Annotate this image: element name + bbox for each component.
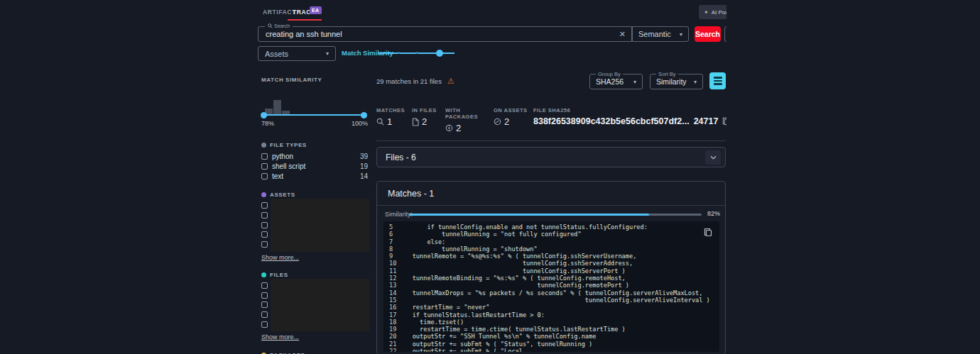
code-text: tunnelRunning = "shutdown": [398, 245, 538, 253]
sort-by-select[interactable]: Sort By Similarity ▾: [650, 74, 703, 89]
stat-with-packages: WITH PACKAGES 2: [445, 107, 494, 133]
assets-filter-select[interactable]: Assets ▾: [258, 46, 336, 61]
checkbox[interactable]: [261, 241, 268, 248]
group-by-label: Group By: [596, 71, 623, 77]
search-button[interactable]: Search: [695, 26, 721, 42]
checkbox[interactable]: [261, 231, 268, 238]
checkbox[interactable]: [261, 153, 268, 160]
chevron-down-icon: ▾: [680, 31, 682, 38]
code-text: tunnelRunning = "not fully configured": [398, 231, 582, 238]
file-type-row: python 39: [261, 152, 368, 162]
clear-search-icon[interactable]: ✕: [619, 30, 626, 39]
files-dot-icon: [261, 272, 266, 277]
code-block[interactable]: 5 if tunnelConfig.enable and not tunnelS…: [383, 221, 719, 352]
code-line: 15 tunnelConfig.serverAliveInterval ): [383, 297, 719, 304]
line-number: 19: [383, 326, 398, 333]
file-row: [261, 310, 368, 320]
code-line: 14 tunnelMaxDrops = "%s packets / %s sec…: [383, 289, 719, 297]
list-icon: [714, 77, 722, 78]
checkbox[interactable]: [261, 222, 268, 228]
search-mode-select[interactable]: Semantic ▾: [632, 26, 689, 42]
chevron-down-icon: ▾: [326, 50, 329, 57]
code-text: tunnelRemoteBinding = "%s:%s" % ( tunnel…: [398, 275, 626, 282]
checkbox[interactable]: [261, 212, 268, 219]
files-show-more-link[interactable]: Show more...: [261, 333, 299, 341]
file-type-row: shell script 19: [261, 162, 368, 172]
code-line: 21 outputStr += subFmt % ( "Status", tun…: [383, 341, 719, 348]
ai-powered-label: AI Power: [712, 9, 726, 16]
line-number: 8: [383, 245, 398, 253]
code-line: 5 if tunnelConfig.enable and not tunnelS…: [383, 223, 719, 231]
code-text: outputStr += subFmt % ( "Local: [398, 348, 523, 352]
assets-dot-icon: [261, 192, 266, 197]
package-icon: [445, 124, 453, 132]
asset-icon: [494, 118, 501, 126]
checkbox[interactable]: [261, 173, 268, 179]
file-icon: [412, 118, 419, 126]
stat-file-sha256: FILE SHA256 838f26538909c432b5e56cbcf507…: [533, 107, 726, 133]
slider-thumb[interactable]: [436, 50, 443, 57]
range-handle-min[interactable]: [261, 112, 267, 118]
checkbox[interactable]: [261, 302, 268, 308]
similarity-range-slider[interactable]: [263, 114, 364, 116]
files-accordion[interactable]: Files - 6: [376, 147, 726, 167]
code-line: 16 restartTime = "never": [383, 304, 719, 311]
checkbox[interactable]: [261, 282, 268, 289]
checkbox[interactable]: [261, 292, 268, 299]
chevron-down-icon: ▾: [633, 79, 636, 85]
view-toggle-button[interactable]: [709, 72, 726, 89]
asset-row: [261, 220, 368, 230]
file-types-dot-icon: [261, 143, 266, 148]
code-line: 8 tunnelRunning = "shutdown": [383, 245, 719, 253]
checkbox[interactable]: [261, 163, 268, 170]
checkbox[interactable]: [261, 202, 268, 209]
code-text: tunnelMaxDrops = "%s packets / %s second…: [398, 289, 702, 297]
code-text: outputStr += "SSH Tunnel %s\n" % tunnelC…: [398, 333, 596, 340]
code-line: 13 tunnelConfig.remotePort ): [383, 282, 719, 289]
line-number: 18: [383, 319, 398, 326]
ai-powered-button[interactable]: ✦ AI Power: [699, 5, 726, 19]
histogram-bar: [273, 100, 281, 115]
search-input[interactable]: [266, 28, 578, 40]
code-text: restartTime = "never": [398, 304, 489, 311]
asset-row: [261, 240, 368, 250]
code-text: if tunnelConfig.enable and not tunnelSta…: [398, 223, 648, 231]
line-number: 9: [383, 253, 398, 260]
chevron-down-icon: ▾: [694, 79, 697, 85]
code-text: tunnelConfig.sshServerAddress,: [398, 260, 633, 267]
group-by-select[interactable]: Group By SHA256 ▾: [589, 74, 643, 89]
code-line: 22 outputStr += subFmt % ( "Local: [383, 348, 719, 352]
similarity-percentage: 82%: [707, 210, 720, 217]
checkbox[interactable]: [261, 311, 268, 318]
search-icon: [376, 118, 384, 126]
similarity-min-label: 78%: [261, 120, 274, 127]
file-type-label: text: [272, 172, 283, 180]
code-text: outputStr += subFmt % ( "Status", tunnel…: [398, 341, 592, 348]
copy-icon[interactable]: [722, 117, 726, 126]
files-list: [261, 281, 368, 329]
trace-ea-badge: EA: [310, 6, 322, 14]
chevron-down-icon: [710, 155, 717, 160]
match-similarity-section-title: MATCH SIMILARITY: [261, 77, 368, 83]
search-mode-value: Semantic: [638, 30, 671, 38]
files-section-title: FILES: [261, 272, 368, 278]
slider-tick: [398, 52, 400, 54]
file-sha256-value: 838f26538909c432b5e56cbcf507df2...: [533, 116, 690, 126]
line-number: 12: [383, 275, 398, 282]
code-line: 19 restartTime = time.ctime( tunnelStatu…: [383, 326, 719, 333]
checkbox[interactable]: [261, 321, 268, 328]
range-handle-max[interactable]: [361, 112, 367, 118]
match-similarity-slider[interactable]: [378, 52, 454, 54]
assets-section-title: ASSETS: [261, 192, 368, 198]
assets-show-more-link[interactable]: Show more...: [261, 254, 299, 261]
filters-sidebar: MATCH SIMILARITY 78% 100% FILE TYPES pyt…: [261, 77, 368, 354]
line-number: 11: [383, 267, 398, 275]
file-row: [261, 319, 368, 329]
copy-code-icon[interactable]: [704, 228, 712, 237]
tab-artifact[interactable]: ARTIFACT: [263, 9, 296, 16]
accordion-expand-button[interactable]: [705, 150, 721, 165]
file-sha256-suffix: 24717: [694, 116, 719, 126]
matches-title: Matches - 1: [377, 182, 725, 206]
line-number: 15: [383, 297, 398, 304]
file-type-count: 14: [360, 172, 368, 180]
